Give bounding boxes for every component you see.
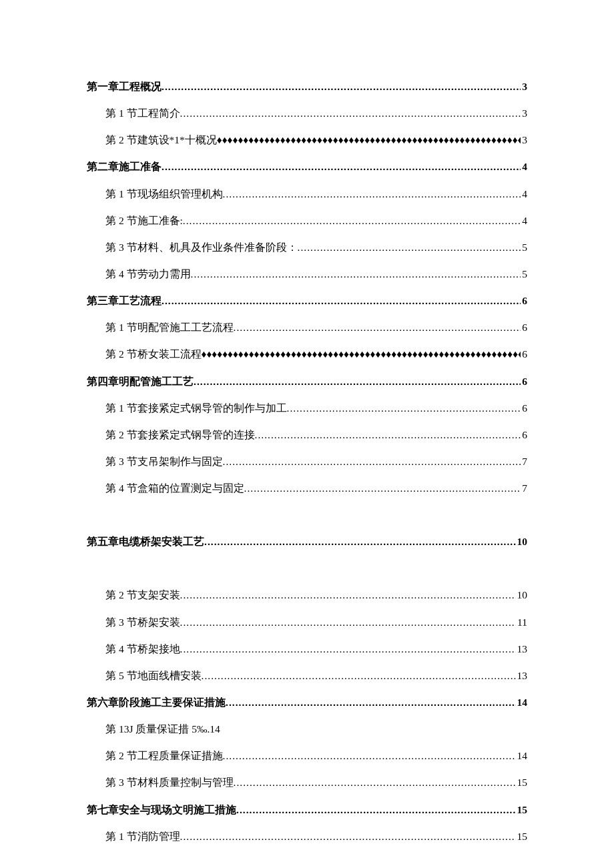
toc-page-number: 15 bbox=[516, 830, 528, 843]
toc-page-number: 4 bbox=[521, 214, 527, 228]
toc-chapter: 第二章施工准备4 bbox=[87, 160, 527, 173]
toc-leader-dots bbox=[244, 482, 521, 495]
toc-page-number: 6 bbox=[521, 375, 527, 388]
toc-page-number: 6 bbox=[521, 321, 527, 334]
toc-entry-text: 第 2 节支架安装 bbox=[105, 588, 180, 602]
toc-leader-diamond bbox=[202, 348, 521, 361]
toc-chapter: 第七章安全与现场文明施工措施15 bbox=[87, 803, 527, 817]
toc-leader-dots bbox=[183, 214, 521, 228]
toc-page-number: 6 bbox=[521, 294, 527, 308]
toc-leader-dots bbox=[223, 187, 521, 201]
toc-section: 第 2 节桥女装工流程6 bbox=[105, 348, 527, 361]
toc-leader-dots bbox=[180, 830, 516, 843]
toc-leader-dots bbox=[180, 616, 517, 629]
toc-leader-dots bbox=[204, 535, 516, 548]
toc-leader-dots bbox=[255, 428, 521, 442]
toc-section: 第 2 节建筑设*1*十概况3 bbox=[105, 133, 527, 147]
toc-entry-text: 第 2 节工程质量保证措施 bbox=[105, 749, 223, 763]
toc-page-number: 13 bbox=[516, 642, 528, 656]
toc-section: 第 3 节材料、机具及作业条件准备阶段：5 bbox=[105, 241, 527, 254]
toc-entry-text: 第 4 节盒箱的位置测定与固定 bbox=[105, 482, 244, 495]
toc-page-number: 15 bbox=[516, 803, 528, 817]
toc-entry-text: 第三章工艺流程 bbox=[87, 294, 162, 308]
toc-page-number: 15 bbox=[516, 776, 528, 789]
toc-entry-text: 第 3 节材料质量控制与管理 bbox=[105, 776, 234, 789]
toc-page-number: 6 bbox=[521, 348, 527, 361]
toc-chapter: 第一章工程概况3 bbox=[87, 80, 527, 93]
toc-entry-text: 第 3 节支吊架制作与固定 bbox=[105, 455, 223, 468]
toc-section: 第 3 节桥架安装11 bbox=[105, 616, 527, 629]
toc-entry-text: 第七章安全与现场文明施工措施 bbox=[87, 803, 236, 817]
toc-leader-dots bbox=[223, 455, 521, 468]
toc-page-number: 6 bbox=[521, 428, 527, 442]
toc-page-number: 14 bbox=[516, 696, 528, 709]
toc-entry-text: 第五章电缆桥架安装工艺 bbox=[87, 535, 204, 548]
toc-section: 第 2 节支架安装10 bbox=[105, 588, 527, 602]
toc-entry-text: 第 4 节桥架接地 bbox=[105, 642, 180, 656]
table-of-contents: 第一章工程概况3第 1 节工程简介3第 2 节建筑设*1*十概况3第二章施工准备… bbox=[87, 80, 527, 843]
toc-leader-dots bbox=[223, 749, 516, 763]
toc-entry-text: 第 1 节工程简介 bbox=[105, 107, 180, 120]
toc-entry-text: 第 3 节材料、机具及作业条件准备阶段： bbox=[105, 241, 298, 254]
toc-section: 第 13J 质量保证措 5‰.14 bbox=[105, 723, 527, 736]
toc-page-number: 5 bbox=[521, 241, 527, 254]
toc-section: 第 3 节材料质量控制与管理15 bbox=[105, 776, 527, 789]
toc-entry-text: 第 5 节地面线槽安装 bbox=[105, 669, 202, 683]
toc-chapter: 第四章明配管施工工艺6 bbox=[87, 375, 527, 388]
toc-entry-text: 第 2 节桥女装工流程 bbox=[105, 348, 202, 361]
toc-entry-text: 第二章施工准备 bbox=[87, 160, 162, 173]
toc-entry-text: 第一章工程概况 bbox=[87, 80, 162, 93]
toc-page-number: 3 bbox=[521, 133, 527, 147]
toc-entry-text: 第 2 节施工准备: bbox=[105, 214, 183, 228]
toc-entry-text: 第 1 节现场组织管理机构 bbox=[105, 187, 223, 201]
toc-leader-dots bbox=[162, 294, 521, 308]
toc-leader-dots bbox=[236, 803, 516, 817]
toc-entry-text: 第 4 节劳动力需用 bbox=[105, 268, 191, 281]
toc-section: 第 5 节地面线槽安装13 bbox=[105, 669, 527, 683]
toc-page-number: 13 bbox=[516, 669, 528, 683]
toc-leader-dots bbox=[180, 588, 516, 602]
toc-chapter: 第五章电缆桥架安装工艺10 bbox=[87, 535, 527, 548]
toc-section: 第 2 节工程质量保证措施14 bbox=[105, 749, 527, 763]
toc-section: 第 4 节桥架接地13 bbox=[105, 642, 527, 656]
toc-chapter: 第三章工艺流程6 bbox=[87, 294, 527, 308]
toc-section: 第 1 节工程简介3 bbox=[105, 107, 527, 120]
toc-page-number: 14 bbox=[516, 749, 528, 763]
toc-page-number: 4 bbox=[521, 187, 527, 201]
toc-entry-text: 第 1 节明配管施工工艺流程 bbox=[105, 321, 234, 334]
toc-section: 第 3 节支吊架制作与固定7 bbox=[105, 455, 527, 468]
toc-entry-text: 第四章明配管施工工艺 bbox=[87, 375, 194, 388]
toc-leader-dots bbox=[202, 669, 516, 683]
toc-leader-dots bbox=[287, 402, 521, 415]
toc-entry-text: 第六章阶段施工主要保证措施 bbox=[87, 696, 226, 709]
toc-gap bbox=[87, 508, 527, 535]
toc-page-number: 11 bbox=[516, 616, 527, 629]
toc-leader-dots bbox=[234, 321, 521, 334]
toc-page-number: 4 bbox=[521, 160, 527, 173]
toc-page-number: 7 bbox=[521, 455, 527, 468]
toc-leader-dots bbox=[226, 696, 516, 709]
toc-leader-dots bbox=[162, 80, 521, 93]
toc-entry-text: 第 1 节消防管理 bbox=[105, 830, 180, 843]
toc-page-number: 10 bbox=[516, 588, 528, 602]
toc-entry-text: 第 2 节套接紧定式钢导管的连接 bbox=[105, 428, 255, 442]
toc-entry-text: 第 1 节套接紧定式钢导管的制作与加工 bbox=[105, 402, 287, 415]
toc-leader-diamond bbox=[217, 133, 521, 147]
toc-section: 第 4 节盒箱的位置测定与固定7 bbox=[105, 482, 527, 495]
toc-section: 第 2 节套接紧定式钢导管的连接6 bbox=[105, 428, 527, 442]
toc-entry-text: 第 3 节桥架安装 bbox=[105, 616, 180, 629]
toc-page-number: 7 bbox=[521, 482, 527, 495]
toc-page-number: 6 bbox=[521, 402, 527, 415]
toc-page-number: 3 bbox=[521, 80, 527, 93]
toc-leader-dots bbox=[234, 776, 516, 789]
toc-section: 第 1 节现场组织管理机构4 bbox=[105, 187, 527, 201]
toc-entry-text: 第 13J 质量保证措 5‰.14 bbox=[105, 723, 220, 736]
toc-leader-dots bbox=[180, 642, 516, 656]
toc-section: 第 1 节消防管理15 bbox=[105, 830, 527, 843]
toc-section: 第 2 节施工准备:4 bbox=[105, 214, 527, 228]
toc-page-number: 10 bbox=[516, 535, 528, 548]
toc-gap bbox=[87, 562, 527, 588]
toc-leader-dots bbox=[180, 107, 521, 120]
toc-entry-text: 第 2 节建筑设*1*十概况 bbox=[105, 133, 217, 147]
toc-leader-dots bbox=[191, 268, 521, 281]
